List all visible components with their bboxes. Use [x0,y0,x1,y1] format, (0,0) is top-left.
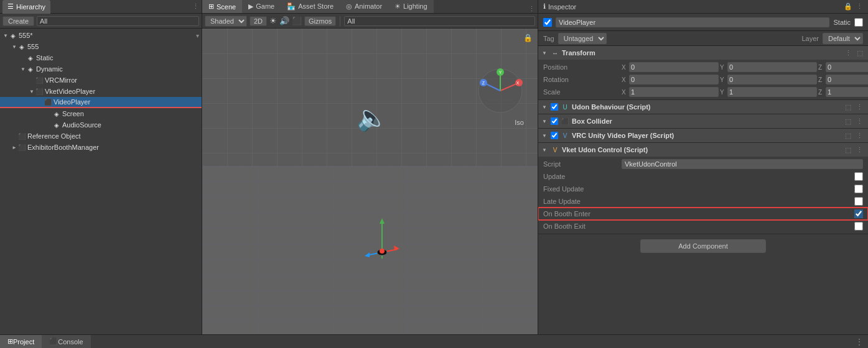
tab-project[interactable]: ⊞ Project [0,335,42,349]
vket-menu-btn[interactable]: ⋮ [855,146,864,154]
udon-behaviour-extra-btn[interactable]: ⬚ [844,103,852,111]
vket-extra-btn[interactable]: ⬚ [844,146,852,154]
tree-item-refobj[interactable]: ▼ ⬛ Reference Object [0,130,202,142]
scene-orientation-gizmo[interactable]: X Y Z [475,66,525,116]
tree-label-vketvideoplayer: VketVideoPlayer [45,88,95,95]
inspector-tab[interactable]: ℹ Inspector [543,2,576,11]
transform-extra-btn[interactable]: ⬚ [856,49,864,57]
tag-dropdown[interactable]: Untagged [558,33,607,44]
tree-label-refobj: Reference Object [27,132,81,140]
scene-tab-options[interactable]: ⋮ [528,5,538,13]
create-button[interactable]: Create [2,16,34,26]
tag-label: Tag [543,35,554,42]
transform-fold-arrow: ▼ [542,50,548,56]
rot-y-input[interactable] [727,75,817,85]
tree-label-audiosource: AudioSource [62,121,101,129]
tree-label-static: Static [36,54,54,62]
fixed-update-checkbox[interactable] [854,185,863,193]
udon-behaviour-menu-btn[interactable]: ⋮ [855,103,864,111]
pos-x-input[interactable] [629,62,719,72]
scene-tabs: ⊞ Scene ▶ Game 🏪 Asset Store ◎ Animator … [202,0,538,14]
tree-item-videoplayer[interactable]: ▼ ⬛ VideoPlayer [0,97,202,108]
pos-x-label: X [622,64,628,71]
inspector-header: ℹ Inspector 🔒 ⋮ [538,0,868,14]
on-booth-enter-checkbox[interactable] [854,209,863,218]
tab-scene[interactable]: ⊞ Scene [202,0,242,13]
tree-item-dynamic[interactable]: ▼ ◈ Dynamic [0,63,202,75]
box-collider-checkbox[interactable] [551,117,558,125]
tab-console[interactable]: ⬛ Console [42,335,90,349]
static-checkbox[interactable] [854,18,863,27]
gameobject-name-row: Static [538,14,868,31]
tree-label-dynamic: Dynamic [36,65,63,73]
pos-y-input[interactable] [727,62,817,72]
late-update-checkbox[interactable] [854,197,863,206]
tree-item-555[interactable]: ▼ ◈ 555* ▾ [0,30,202,41]
gameobject-name-input[interactable] [556,17,829,27]
box-collider-extra-btn[interactable]: ⬚ [844,117,852,126]
bottom-options[interactable]: ⋮ [856,337,868,346]
tree-item-exhibitor[interactable]: ► ⬛ ExhibitorBoothManager [0,142,202,153]
animator-tab-label: Animator [355,2,382,10]
hierarchy-menu-icon[interactable]: ⋮ [192,2,199,11]
layer-dropdown[interactable]: Default [823,33,863,44]
scale-y-label: Y [720,89,726,96]
transform-body: Position X Y Z Rotation [538,60,868,99]
on-booth-exit-label: On Booth Exit [543,222,851,230]
udon-behaviour-header[interactable]: ▼ U Udon Behaviour (Script) ⬚ ⋮ [538,100,868,114]
scene-viewport[interactable]: 🔈 [202,29,538,334]
tree-label-videoplayer: VideoPlayer [54,98,90,106]
udon-behaviour-checkbox[interactable] [551,103,558,111]
box-collider-menu-btn[interactable]: ⋮ [855,117,864,126]
tree-item-vrcmirror[interactable]: ▼ ⬛ VRCMirror [0,75,202,86]
inspector-tab-label: Inspector [548,3,576,11]
tree-item-static[interactable]: ▼ ◈ Static [0,52,202,63]
scale-y-input[interactable] [727,87,817,97]
vrc-videoplayer-menu-btn[interactable]: ⋮ [855,132,864,140]
gameobject-active-checkbox[interactable] [543,18,552,27]
vrc-videoplayer-header[interactable]: ▼ V VRC Unity Video Player (Script) ⬚ ⋮ [538,129,868,142]
transform-header[interactable]: ▼ ↔ Transform ⋮ ⬚ [538,46,868,60]
vket-udon-control-header[interactable]: ▼ V Vket Udon Control (Script) ⬚ ⋮ [538,143,868,157]
inspector-menu-icon[interactable]: ⋮ [856,2,863,11]
udon-icon: U [561,103,569,111]
tree-item-vketvideoplayer[interactable]: ▼ ⬛ VketVideoPlayer [0,86,202,97]
tab-animator[interactable]: ◎ Animator [340,0,388,13]
tag-layer-row: Tag Untagged Layer Default [538,31,868,46]
hierarchy-tab-label: Hierarchy [16,3,45,11]
rot-x-input[interactable] [629,75,719,85]
transform-menu-btn[interactable]: ⋮ [844,49,853,57]
vrc-videoplayer-extra-btn[interactable]: ⬚ [844,132,852,140]
scene-tab-label: Scene [217,3,236,11]
pos-z-input[interactable] [826,62,868,72]
gameobj-icon: ◈ [9,31,17,40]
tab-game[interactable]: ▶ Game [242,0,281,13]
scene-search-input[interactable] [344,16,535,26]
scene-lock-icon[interactable]: 🔒 [523,34,533,42]
scale-x-input[interactable] [629,87,719,97]
inspector-lock-icon[interactable]: 🔒 [844,2,852,11]
tree-item-audiosource[interactable]: ▼ ◈ AudioSource [0,119,202,130]
rot-z-input[interactable] [826,75,868,85]
scale-z-input[interactable] [826,87,868,97]
gameobj-icon-dynamic: ◈ [26,65,35,73]
tab-asset-store[interactable]: 🏪 Asset Store [281,0,340,13]
2d-button[interactable]: 2D [250,16,267,26]
sun-toolbar-icon: ☀ [269,16,277,25]
box-collider-header[interactable]: ▼ ⬛ Box Collider ⬚ ⋮ [538,114,868,128]
hierarchy-tab[interactable]: ☰ Hierarchy [2,0,50,14]
tab-lighting[interactable]: ☀ Lighting [388,0,434,13]
position-label: Position [543,63,618,71]
box-collider-name: Box Collider [572,117,841,125]
shading-dropdown[interactable]: Shaded [205,16,247,27]
on-booth-exit-checkbox[interactable] [854,222,863,231]
vrc-videoplayer-checkbox[interactable] [551,132,558,139]
gizmos-button[interactable]: Gizmos [304,16,336,26]
tree-item-555-root[interactable]: ▼ ◈ 555 [0,41,202,52]
iso-label: Iso [515,119,524,126]
transform-name: Transform [562,49,841,57]
update-checkbox[interactable] [854,172,863,181]
tree-item-screen[interactable]: ▼ ◈ Screen [0,108,202,119]
add-component-button[interactable]: Add Component [640,239,766,253]
hierarchy-search-input[interactable] [37,16,199,26]
